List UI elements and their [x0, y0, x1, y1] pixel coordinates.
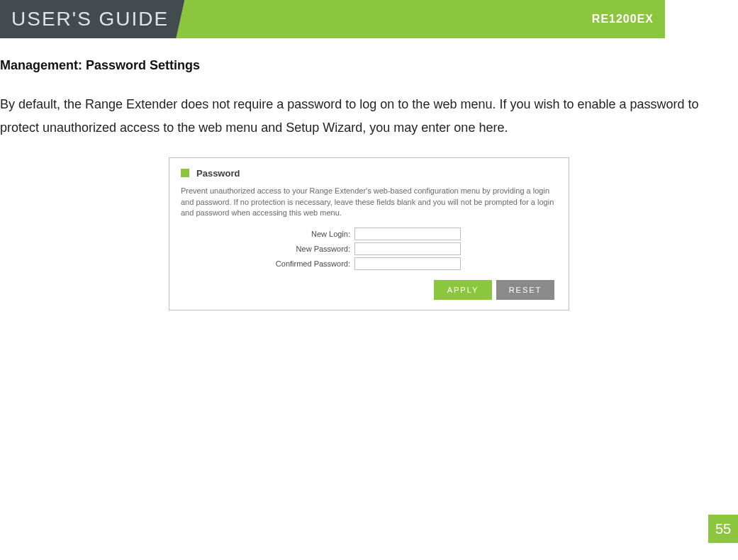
- section-description: By default, the Range Extender does not …: [0, 93, 738, 140]
- confirm-password-input[interactable]: [354, 257, 461, 270]
- button-row: APPLY RESET: [181, 280, 557, 300]
- page-content: Management: Password Settings By default…: [0, 38, 738, 310]
- page-number-box: 55: [708, 515, 738, 543]
- new-login-input[interactable]: [354, 228, 461, 240]
- bullet-icon: [181, 169, 189, 177]
- panel-title: Password: [196, 168, 240, 179]
- apply-button[interactable]: APPLY: [434, 280, 492, 300]
- confirm-password-label: Confirmed Password:: [181, 259, 354, 268]
- panel-description: Prevent unauthorized access to your Rang…: [181, 186, 557, 220]
- page-number: 55: [715, 521, 731, 537]
- new-login-label: New Login:: [181, 230, 354, 238]
- new-password-label: New Password:: [181, 245, 354, 253]
- header-bar: USER'S GUIDE RE1200EX: [0, 0, 665, 38]
- header-left: USER'S GUIDE: [0, 0, 184, 38]
- new-password-input[interactable]: [354, 242, 461, 255]
- header-model: RE1200EX: [592, 13, 665, 26]
- panel-wrap: Password Prevent unauthorized access to …: [0, 157, 738, 311]
- form-row-password: New Password:: [181, 242, 501, 255]
- header-title: USER'S GUIDE: [11, 8, 169, 30]
- form-row-confirm: Confirmed Password:: [181, 257, 501, 270]
- form-rows: New Login: New Password: Confirmed Passw…: [181, 228, 557, 270]
- panel-header: Password: [181, 168, 557, 179]
- password-panel: Password Prevent unauthorized access to …: [169, 157, 569, 311]
- reset-button[interactable]: RESET: [496, 280, 554, 300]
- form-row-login: New Login:: [181, 228, 501, 240]
- section-heading: Management: Password Settings: [0, 58, 738, 73]
